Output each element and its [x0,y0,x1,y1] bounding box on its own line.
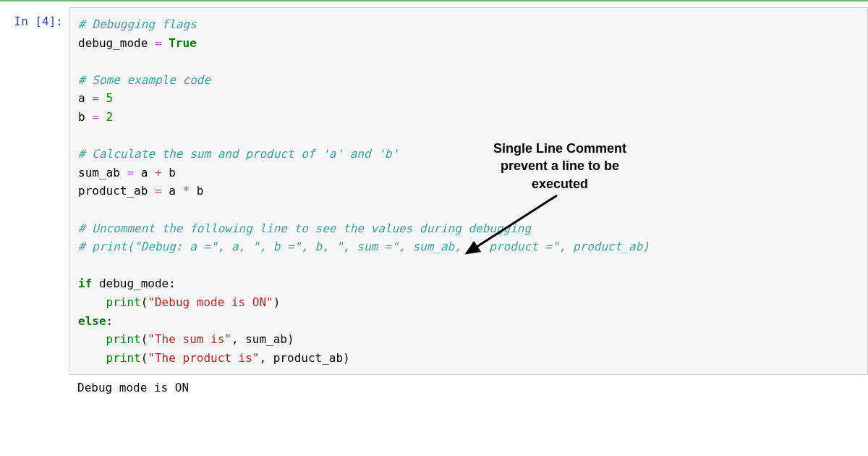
code-operator: = [85,110,106,124]
code-indent [78,332,106,346]
code-variable: b [78,110,85,124]
code-paren: ( [141,351,148,365]
code-comment: # Some example code [78,73,210,87]
code-keyword: else [78,314,106,328]
code-indent [78,351,106,365]
prompt-label: In [4]: [14,14,63,28]
code-variable: a [169,184,176,198]
annotation-line1: Single Line Comment [480,140,639,157]
code-variable: sum_ab [78,166,120,180]
code-operator: = [120,166,141,180]
code-indent [78,295,106,309]
code-operator: = [85,91,106,105]
annotation-line2: prevent a line to be [480,157,639,174]
code-variable: a [78,91,85,105]
code-comment: # Calculate the sum and product of 'a' a… [78,147,399,161]
cell-prompt: In [4]: [0,7,69,28]
code-variable: debug_mode [78,36,148,50]
code-paren: ( [141,295,148,309]
code-operator: + [148,166,169,180]
code-number: 5 [106,91,114,105]
code-variable: product_ab [78,184,148,198]
code-variable: b [197,184,204,198]
code-builtin: print [106,295,141,309]
code-string: "Debug mode is ON" [148,295,273,309]
code-operator: = [148,36,169,50]
code-number: 2 [106,110,114,124]
output-text: Debug mode is ON [77,381,189,394]
code-condition: debug_mode: [92,276,176,290]
code-args: , product_ab) [259,351,349,365]
code-args: , sum_ab) [231,332,294,346]
code-colon: : [106,314,114,328]
annotation-callout: Single Line Comment prevent a line to be… [480,140,639,193]
annotation-line3: executed [480,175,639,193]
code-cell: In [4]: # Debugging flags debug_mode = T… [0,7,868,375]
code-operator: * [176,184,197,198]
code-variable: b [169,166,176,180]
code-operator: = [148,184,169,198]
svg-line-1 [467,195,557,253]
notebook-cell-container: In [4]: # Debugging flags debug_mode = T… [0,0,868,400]
annotation-arrow-icon [456,192,571,264]
code-string: "The product is" [148,351,259,365]
cell-output: Debug mode is ON [69,375,868,400]
code-string: "The sum is" [148,332,231,346]
code-variable: a [141,166,148,180]
code-keyword: if [78,276,92,290]
code-paren: ) [273,295,281,309]
code-builtin: print [106,332,141,346]
code-comment: # Debugging flags [78,17,197,31]
code-boolean: True [169,36,197,50]
code-paren: ( [141,332,148,346]
code-builtin: print [106,351,141,365]
